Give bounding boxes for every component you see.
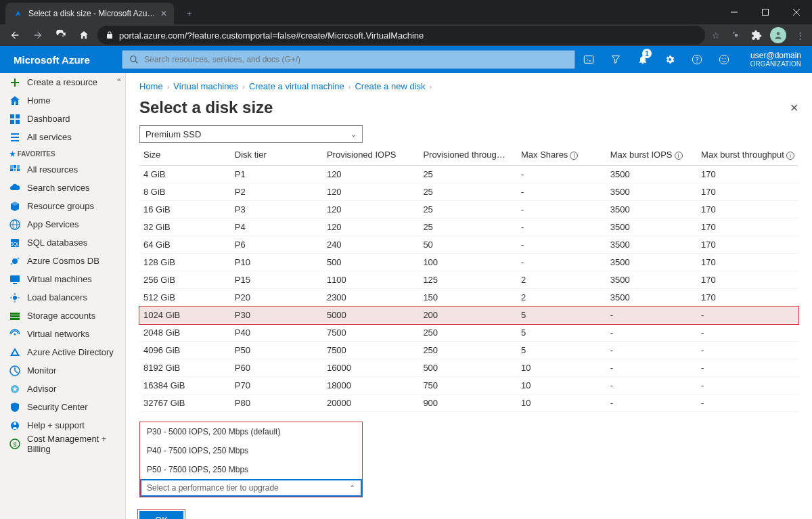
sidebar-item-advisor[interactable]: Advisor	[0, 380, 125, 398]
cell-biops: -	[606, 394, 697, 412]
sidebar-collapse-icon[interactable]: «	[117, 75, 121, 83]
settings-icon[interactable]	[656, 46, 683, 73]
disk-type-dropdown[interactable]: Premium SSD ⌄	[139, 125, 363, 143]
sidebar-item-cost-management-billing[interactable]: $Cost Management + Billing	[0, 434, 125, 453]
url-text: portal.azure.com/?feature.customportal=f…	[119, 30, 424, 41]
sidebar-item-sql-databases[interactable]: SQLSQL databases	[0, 233, 125, 252]
close-blade-icon[interactable]: ✕	[790, 101, 798, 114]
forward-button[interactable]	[28, 26, 47, 45]
minimize-button[interactable]	[719, 0, 750, 24]
disk-size-row[interactable]: 4096 GiBP5075002505--	[139, 342, 798, 359]
disk-size-row[interactable]: 512 GiBP20230015023500170	[139, 289, 798, 307]
ok-button[interactable]: OK	[139, 511, 183, 519]
global-search[interactable]	[122, 50, 575, 69]
sidebar-item-search-services[interactable]: Search services	[0, 179, 125, 197]
main-content: Home›Virtual machines›Create a virtual m…	[126, 73, 812, 519]
sidebar-item-all-resources[interactable]: All resources	[0, 160, 125, 179]
sidebar-item-dashboard[interactable]: Dashboard	[0, 110, 125, 128]
cell-btput: -	[697, 324, 798, 342]
new-tab-button[interactable]: ＋	[179, 4, 198, 23]
column-header[interactable]: Size	[139, 144, 231, 166]
performance-tier-dropdown[interactable]: Select a performance tier to upgrade ⌃	[141, 480, 361, 496]
cell-btput: -	[697, 342, 798, 359]
disk-size-row[interactable]: 16384 GiBP701800075010--	[139, 377, 798, 394]
performance-tier-option[interactable]: P50 - 7500 IOPS, 250 Mbps	[140, 460, 362, 479]
reload-button[interactable]	[51, 26, 70, 45]
breadcrumb-link[interactable]: Virtual machines	[173, 81, 238, 91]
svg-rect-16	[17, 165, 20, 168]
sidebar-item-security-center[interactable]: Security Center	[0, 398, 125, 416]
disk-size-row[interactable]: 4 GiBP112025-3500170	[139, 166, 798, 183]
star-icon[interactable]: ☆	[709, 28, 723, 42]
sidebar: « Create a resourceHomeDashboardAll serv…	[0, 73, 126, 519]
profile-avatar[interactable]	[770, 27, 786, 43]
cell-tier: P40	[231, 324, 323, 342]
cloud-icon	[9, 183, 20, 194]
disk-size-row[interactable]: 128 GiBP10500100-3500170	[139, 254, 798, 271]
cell-biops: 3500	[606, 271, 697, 289]
svg-rect-5	[584, 56, 593, 64]
cell-shares: 10	[517, 377, 606, 394]
maximize-button[interactable]	[750, 0, 781, 24]
disk-size-row[interactable]: 2048 GiBP4075002505--	[139, 324, 798, 342]
brand-text[interactable]: Microsoft Azure	[0, 54, 122, 66]
sidebar-item-monitor[interactable]: Monitor	[0, 361, 125, 380]
browser-tab[interactable]: Select a disk size - Microsoft Azu… ✕	[5, 3, 174, 24]
svg-point-7	[719, 55, 728, 64]
disk-size-row[interactable]: 256 GiBP15110012523500170	[139, 271, 798, 289]
column-header[interactable]: Provisioned IOPS	[323, 144, 419, 166]
help-icon[interactable]	[683, 46, 710, 73]
disk-size-row[interactable]: 8 GiBP212025-3500170	[139, 183, 798, 201]
cell-biops: 3500	[606, 254, 697, 271]
menu-icon[interactable]: ⋮	[793, 28, 807, 42]
close-window-button[interactable]	[781, 0, 812, 24]
directory-filter-icon[interactable]	[602, 46, 629, 73]
sidebar-item-load-balancers[interactable]: Load balancers	[0, 288, 125, 307]
sidebar-item-storage-accounts[interactable]: Storage accounts	[0, 307, 125, 325]
tab-close-icon[interactable]: ✕	[160, 9, 167, 18]
disk-size-row[interactable]: 8192 GiBP601600050010--	[139, 359, 798, 377]
performance-tier-option[interactable]: P30 - 5000 IOPS, 200 Mbps (default)	[140, 422, 362, 441]
breadcrumb-link[interactable]: Home	[139, 81, 163, 91]
breadcrumb-link[interactable]: Create a new disk	[355, 81, 425, 91]
disk-size-row[interactable]: 1024 GiBP3050002005--	[139, 307, 798, 324]
column-header[interactable]: Max Sharesi	[517, 144, 606, 166]
sidebar-item-azure-cosmos-db[interactable]: Azure Cosmos DB	[0, 252, 125, 270]
cell-tier: P15	[231, 271, 323, 289]
feedback-icon[interactable]	[710, 46, 738, 73]
back-button[interactable]	[5, 26, 24, 45]
sidebar-item-virtual-machines[interactable]: Virtual machines	[0, 270, 125, 288]
cell-size: 8192 GiB	[139, 359, 231, 377]
disk-size-row[interactable]: 64 GiBP624050-3500170	[139, 236, 798, 254]
disk-size-row[interactable]: 16 GiBP312025-3500170	[139, 201, 798, 219]
sidebar-item-all-services[interactable]: All services	[0, 128, 125, 146]
cell-iops: 16000	[323, 359, 419, 377]
disk-size-row[interactable]: 32767 GiBP802000090010--	[139, 394, 798, 412]
monitor-icon	[9, 365, 20, 376]
url-field[interactable]: portal.azure.com/?feature.customportal=f…	[97, 26, 705, 45]
performance-tier-option[interactable]: P40 - 7500 IOPS, 250 Mbps	[140, 441, 362, 460]
search-input[interactable]	[144, 55, 568, 64]
sidebar-item-home[interactable]: Home	[0, 91, 125, 110]
sidebar-item-label: Cost Management + Billing	[27, 434, 116, 454]
user-account-area[interactable]: user@domain ORGANIZATION	[738, 51, 812, 68]
breadcrumb-link[interactable]: Create a virtual machine	[249, 81, 344, 91]
column-header[interactable]: Max burst throughputi	[697, 144, 798, 166]
disk-size-row[interactable]: 32 GiBP412025-3500170	[139, 219, 798, 236]
sidebar-item-help-support[interactable]: Help + support	[0, 416, 125, 434]
extension-icon[interactable]	[729, 28, 743, 42]
column-header[interactable]: Provisioned throug…	[419, 144, 517, 166]
column-header[interactable]: Disk tier	[231, 144, 323, 166]
home-button[interactable]	[74, 26, 93, 45]
column-header[interactable]: Max burst IOPSi	[606, 144, 697, 166]
svg-rect-19	[17, 168, 20, 171]
cloud-shell-icon[interactable]	[575, 46, 602, 73]
sidebar-item-resource-groups[interactable]: Resource groups	[0, 197, 125, 215]
sidebar-item-app-services[interactable]: App Services	[0, 215, 125, 233]
puzzle-icon[interactable]	[750, 28, 763, 42]
sidebar-item-azure-active-directory[interactable]: Azure Active Directory	[0, 343, 125, 361]
cell-shares: 10	[517, 359, 606, 377]
sidebar-item-virtual-networks[interactable]: Virtual networks	[0, 325, 125, 343]
sidebar-item-create-a-resource[interactable]: Create a resource	[0, 73, 125, 91]
notifications-icon[interactable]: 1	[629, 46, 656, 73]
